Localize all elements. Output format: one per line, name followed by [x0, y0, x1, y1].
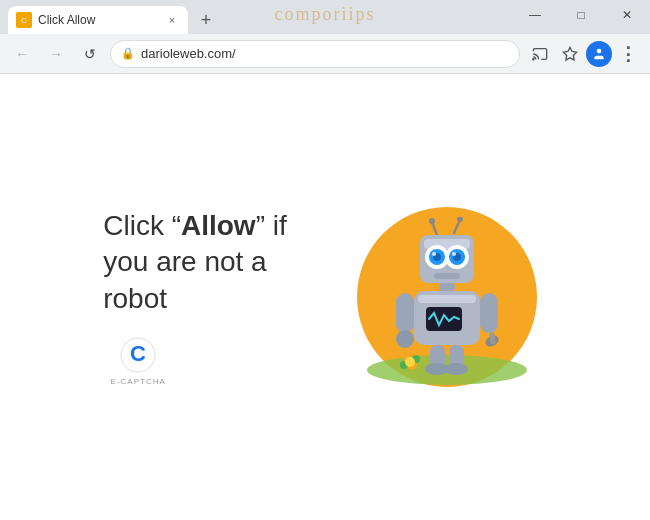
tab-title: Click Allow	[38, 13, 158, 27]
svg-point-25	[396, 330, 414, 348]
robot-svg-wrapper	[347, 197, 547, 397]
svg-point-18	[452, 252, 456, 256]
svg-rect-22	[418, 295, 476, 303]
captcha-label: E-CAPTCHA	[111, 377, 166, 386]
profile-button[interactable]	[586, 41, 612, 67]
toolbar: ← → ↺ 🔒 darioleweb.com/	[0, 34, 650, 74]
svg-marker-1	[563, 47, 576, 60]
main-message: Click “Allow” ifyou are not arobot	[103, 208, 287, 317]
page-inner: Click “Allow” ifyou are not arobot C E-C…	[63, 157, 587, 437]
svg-point-37	[405, 357, 415, 367]
address-bar[interactable]: 🔒 darioleweb.com/	[110, 40, 520, 68]
tab-close-button[interactable]: ×	[164, 12, 180, 28]
captcha-badge: C E-CAPTCHA	[103, 337, 173, 386]
message-prefix: Click “	[103, 210, 181, 241]
cast-button[interactable]	[526, 40, 554, 68]
message-side: Click “Allow” ifyou are not arobot C E-C…	[103, 208, 287, 386]
reload-button[interactable]: ↺	[76, 40, 104, 68]
robot-svg	[382, 217, 512, 377]
robot-illustration	[347, 197, 547, 397]
svg-point-14	[432, 252, 436, 256]
svg-line-7	[454, 220, 460, 233]
menu-button[interactable]: ⋮	[614, 40, 642, 68]
new-tab-button[interactable]: +	[192, 6, 220, 34]
captcha-logo-icon: C	[120, 337, 156, 373]
svg-point-8	[457, 217, 463, 222]
message-allow: Allow	[181, 210, 256, 241]
lock-icon: 🔒	[121, 47, 135, 60]
svg-rect-26	[480, 293, 498, 333]
watermark: comporiips	[275, 4, 376, 25]
toolbar-actions: ⋮	[526, 40, 642, 68]
svg-point-2	[597, 48, 602, 53]
svg-point-0	[533, 58, 534, 59]
maximize-button[interactable]: □	[558, 0, 604, 30]
svg-rect-24	[396, 293, 414, 333]
svg-point-6	[429, 218, 435, 224]
browser-window: C Click Allow × + comporiips — □ ✕ ← → ↺…	[0, 0, 650, 520]
svg-rect-20	[439, 283, 455, 291]
tab-bar: C Click Allow × +	[0, 0, 220, 34]
forward-button[interactable]: →	[42, 40, 70, 68]
page-content: Click “Allow” ifyou are not arobot C E-C…	[0, 74, 650, 520]
active-tab[interactable]: C Click Allow ×	[8, 6, 188, 34]
svg-point-32	[444, 363, 468, 375]
svg-line-5	[432, 222, 437, 235]
svg-rect-19	[434, 273, 460, 279]
back-button[interactable]: ←	[8, 40, 36, 68]
title-bar: C Click Allow × + comporiips — □ ✕	[0, 0, 650, 34]
close-window-button[interactable]: ✕	[604, 0, 650, 30]
url-text: darioleweb.com/	[141, 46, 509, 61]
svg-text:C: C	[130, 341, 146, 366]
window-controls: — □ ✕	[512, 0, 650, 30]
tab-favicon: C	[16, 12, 32, 28]
bookmark-button[interactable]	[556, 40, 584, 68]
favicon-letter: C	[21, 16, 27, 25]
minimize-button[interactable]: —	[512, 0, 558, 30]
